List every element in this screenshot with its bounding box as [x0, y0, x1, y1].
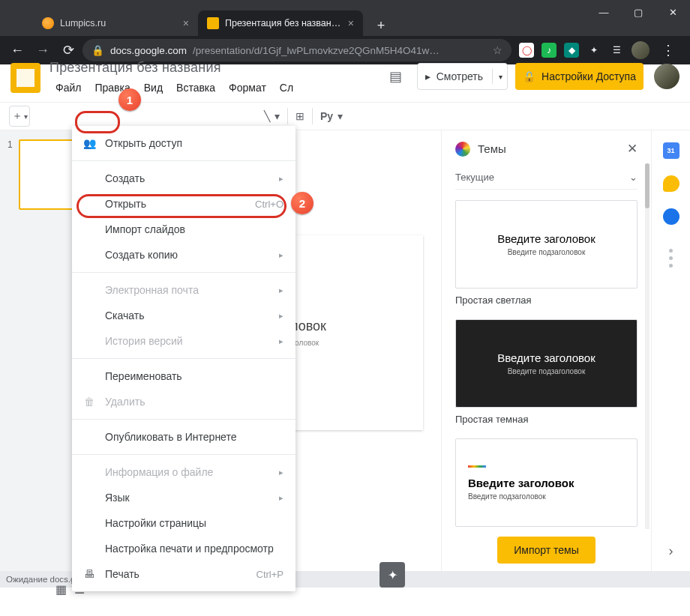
- file-menu-dropdown: 👥Открыть доступ Создать▸ ОткрытьCtrl+O И…: [72, 126, 296, 591]
- browser-tab-slides[interactable]: Презентация без названия - Go ×: [198, 10, 363, 36]
- menu-item-create[interactable]: Создать▸: [72, 166, 296, 191]
- explore-button[interactable]: ✦: [380, 562, 405, 588]
- grid-view-icon[interactable]: ▦: [56, 582, 67, 597]
- menu-item-print[interactable]: 🖶ПечатьCtrl+P: [72, 561, 296, 587]
- address-bar[interactable]: 🔒 docs.google.com /presentation/d/1Gjf_l…: [82, 39, 512, 61]
- browser-avatar[interactable]: [632, 41, 650, 59]
- comments-icon[interactable]: ▤: [382, 63, 410, 90]
- theme-card-light[interactable]: Введите заголовок Введите подзаголовок: [455, 200, 638, 289]
- star-icon[interactable]: ☆: [493, 44, 502, 56]
- present-button[interactable]: ▸ Смотреть ▾: [417, 63, 508, 90]
- theme-name: Простая темная: [455, 414, 638, 425]
- menu-item-make-copy[interactable]: Создать копию▸: [72, 242, 296, 268]
- menu-item-download[interactable]: Скачать▸: [72, 303, 296, 328]
- tab-close-icon[interactable]: ×: [348, 17, 354, 29]
- new-tab-button[interactable]: +: [370, 15, 392, 36]
- chevron-right-icon: ▸: [279, 311, 284, 321]
- themes-scrollbar[interactable]: [645, 163, 650, 529]
- chevron-right-icon: ▸: [279, 336, 284, 346]
- theme-subtitle: Введите подзаголовок: [508, 248, 586, 256]
- current-label: Текущие: [455, 172, 494, 183]
- menu-item-open[interactable]: ОткрытьCtrl+O: [72, 191, 296, 217]
- rail-collapse-icon[interactable]: ›: [669, 543, 674, 559]
- shortcut: Ctrl+P: [256, 569, 284, 580]
- ext-opera-icon[interactable]: ◯: [519, 43, 534, 58]
- chevron-down-icon[interactable]: ▾: [499, 73, 502, 81]
- menu-item-print-setup[interactable]: Настройка печати и предпросмотр: [72, 536, 296, 561]
- chevron-right-icon: ▸: [279, 250, 284, 260]
- url-path: /presentation/d/1Gjf_lwPLmovkzve2QGnM5H4…: [193, 45, 440, 56]
- theme-title: Введите заголовок: [468, 477, 574, 489]
- window-maximize[interactable]: ▢: [621, 0, 656, 24]
- callout-badge-2: 2: [291, 192, 314, 214]
- side-rail: ›: [651, 130, 690, 571]
- menu-item-publish[interactable]: Опубликовать в Интернете: [72, 424, 296, 450]
- calendar-icon[interactable]: [663, 142, 680, 159]
- present-icon: ▸: [425, 70, 430, 82]
- theme-subtitle: Введите подзаголовок: [508, 367, 586, 375]
- rail-more-icon[interactable]: [669, 249, 673, 268]
- menu-view[interactable]: Вид: [138, 79, 169, 97]
- menu-item-rename[interactable]: Переименовать: [72, 363, 296, 389]
- lang-indicator[interactable]: Ру: [320, 110, 333, 122]
- menu-item-language[interactable]: Язык▸: [72, 485, 296, 510]
- browser-menu-icon[interactable]: ⋮: [657, 42, 680, 58]
- menu-file[interactable]: Файл: [50, 79, 87, 97]
- present-label: Смотреть: [436, 70, 483, 82]
- callout-badge-1: 1: [118, 88, 141, 111]
- textbox-tool-icon[interactable]: ⊞: [296, 110, 304, 122]
- window-minimize[interactable]: —: [586, 0, 621, 24]
- menu-item-fileinfo: Информация о файле▸: [72, 459, 296, 485]
- window-close[interactable]: ✕: [656, 0, 690, 24]
- current-theme-row[interactable]: Текущие ⌄: [455, 166, 638, 190]
- menu-format[interactable]: Формат: [223, 79, 272, 97]
- menu-item-history: История версий▸: [72, 328, 296, 354]
- chevron-right-icon: ▸: [279, 174, 284, 184]
- favicon-lumpics: [42, 17, 54, 29]
- menu-item-page-setup[interactable]: Настройки страницы: [72, 510, 296, 536]
- theme-name: Простая светлая: [455, 295, 638, 306]
- theme-title: Введите заголовок: [497, 351, 596, 364]
- nav-reload-icon[interactable]: ⟳: [57, 39, 80, 61]
- tab-title: Lumpics.ru: [60, 18, 177, 28]
- import-theme-button[interactable]: Импорт темы: [497, 537, 596, 564]
- menu-item-import-slides[interactable]: Импорт слайдов: [72, 217, 296, 242]
- chevron-right-icon: ▸: [279, 468, 284, 477]
- palette-icon: [455, 142, 470, 157]
- nav-forward-icon: →: [32, 39, 54, 61]
- keep-icon[interactable]: [663, 175, 680, 192]
- lock-icon: 🔒: [523, 70, 536, 82]
- menu-insert[interactable]: Вставка: [170, 79, 221, 97]
- menu-item-share[interactable]: 👥Открыть доступ: [72, 130, 296, 156]
- theme-card-dark[interactable]: Введите заголовок Введите подзаголовок: [455, 319, 638, 408]
- share-label: Настройки Доступа: [542, 70, 636, 82]
- themes-panel: Темы ✕ Текущие ⌄ Введите заголовок Введи…: [441, 130, 651, 571]
- share-button[interactable]: 🔒 Настройки Доступа: [515, 63, 644, 90]
- extensions-icon[interactable]: ✦: [586, 43, 602, 58]
- new-slide-button[interactable]: ＋▾: [9, 106, 30, 127]
- line-tool-icon[interactable]: ╲: [264, 110, 270, 122]
- reading-list-icon[interactable]: ☰: [609, 43, 624, 58]
- nav-back-icon[interactable]: ←: [6, 39, 28, 61]
- close-themes-icon[interactable]: ✕: [627, 141, 638, 157]
- tab-close-icon[interactable]: ×: [183, 17, 189, 29]
- lock-icon: 🔒: [92, 44, 104, 56]
- theme-card-streamline[interactable]: Введите заголовок Введите подзаголовок: [455, 438, 638, 527]
- tasks-icon[interactable]: [663, 208, 680, 225]
- person-add-icon: 👥: [82, 137, 96, 149]
- browser-tab-lumpics[interactable]: Lumpics.ru ×: [33, 10, 198, 36]
- user-avatar[interactable]: [654, 64, 680, 89]
- url-domain: docs.google.com: [110, 45, 187, 56]
- theme-subtitle: Введите подзаголовок: [468, 492, 546, 501]
- ext-adblock-icon[interactable]: ◆: [564, 43, 579, 58]
- trash-icon: 🗑: [82, 396, 96, 408]
- menu-item-delete: 🗑Удалить: [72, 389, 296, 414]
- slides-logo-icon[interactable]: [10, 63, 40, 93]
- slides-header: Презентация без названия Файл Правка Вид…: [0, 54, 690, 102]
- shortcut: Ctrl+O: [255, 199, 284, 210]
- menu-slide[interactable]: Сл: [274, 79, 299, 97]
- ext-music-icon[interactable]: ♪: [542, 43, 556, 58]
- doc-title[interactable]: Презентация без названия: [50, 60, 382, 76]
- favicon-slides: [207, 17, 219, 29]
- chevron-down-icon: ⌄: [629, 172, 638, 183]
